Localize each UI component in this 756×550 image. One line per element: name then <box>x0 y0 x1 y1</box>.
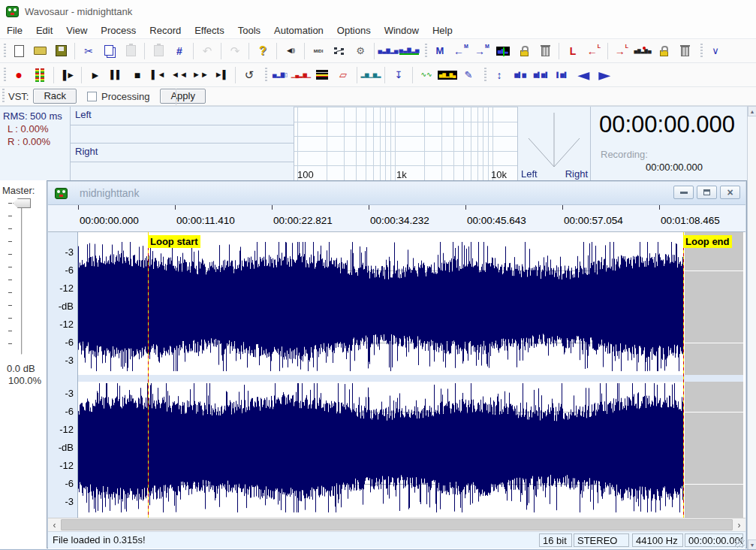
speaker-button[interactable]: ◀ <box>280 41 301 61</box>
rewind-button[interactable]: ◄◄ <box>169 65 190 85</box>
loop-end-marker[interactable]: Loop end <box>683 235 732 248</box>
menu-options[interactable]: Options <box>330 23 378 38</box>
fade-in-icon: ▶ <box>598 70 610 80</box>
marker-delete-button[interactable] <box>535 41 556 61</box>
wave-solo-view-button[interactable]: ▅▇▂▇▄ <box>437 65 458 85</box>
processing-checkbox[interactable] <box>87 92 97 101</box>
midi-settings-button[interactable]: MIDI <box>308 41 329 61</box>
fast-forward-button[interactable]: ►► <box>190 65 211 85</box>
open-file-button[interactable] <box>29 41 50 61</box>
speaker-icon: ◀ <box>287 47 294 54</box>
horizontal-scrollbar[interactable]: ‹ › <box>48 518 745 531</box>
vertical-scrollbar[interactable]: ▲ ▼ <box>747 106 756 550</box>
node-routing-button[interactable] <box>329 41 350 61</box>
stop-button[interactable]: ■ <box>127 65 148 85</box>
restore-button[interactable] <box>697 186 717 199</box>
close-button[interactable]: × <box>720 186 740 199</box>
menu-process[interactable]: Process <box>94 23 143 38</box>
zoom-vertical-wave-button[interactable]: ↕ <box>489 65 510 85</box>
marker-next-button[interactable]: → <box>471 41 492 61</box>
paste-as-new-button[interactable] <box>148 41 169 61</box>
resize-grip[interactable] <box>735 538 745 548</box>
waterfall-3d-button[interactable]: ▱ <box>333 65 354 85</box>
db-scale-column: -3-6-12-dB-12-6-3-3-6-12-dB-12-6-3 <box>48 232 78 518</box>
pencil-edit-button[interactable]: ✎ <box>458 65 479 85</box>
scrollbar-thumb[interactable] <box>61 519 733 530</box>
scroll-up-arrow[interactable]: ▲ <box>748 106 756 116</box>
redo-button[interactable]: ↷ <box>224 41 245 61</box>
vst-label: VST: <box>8 91 29 102</box>
paste-button[interactable] <box>120 41 141 61</box>
insert-at-cursor-button[interactable]: ↧ <box>388 65 409 85</box>
options-wrench-button[interactable]: ⚙ <box>350 41 371 61</box>
master-panel: Master: 0.0 dB 100.0% <box>0 180 47 550</box>
marker-insert-button[interactable]: ▅▇▃ <box>492 41 514 61</box>
loop-l-button[interactable]: L <box>562 41 583 61</box>
statistics-doc-button[interactable]: ▅▂▇▯ <box>270 65 291 85</box>
undo-button[interactable]: ↶ <box>197 41 218 61</box>
oscilloscope-button[interactable]: ∿∿ <box>416 65 437 85</box>
record-button[interactable]: ● <box>8 65 29 85</box>
menu-edit[interactable]: Edit <box>29 23 59 38</box>
wave-window-titlebar[interactable]: midnighttank × <box>48 182 745 205</box>
menu-automation[interactable]: Automation <box>267 23 330 38</box>
vst-apply-button[interactable]: Apply <box>160 89 206 104</box>
cut-button[interactable]: ✂ <box>78 41 99 61</box>
play-from-cursor-button[interactable]: ▐► <box>57 65 78 85</box>
recording-label: Recording: <box>601 149 648 160</box>
loop-lock-button[interactable] <box>653 41 674 61</box>
go-to-end-button[interactable]: ►▌ <box>211 65 232 85</box>
copy-button[interactable] <box>99 41 120 61</box>
fade-out-button[interactable]: ◀ <box>573 65 594 85</box>
time-ruler[interactable]: 00:00:00.00000:00:11.41000:00:22.82100:0… <box>48 205 745 232</box>
save-file-button[interactable] <box>50 41 71 61</box>
wavosaur-app-icon <box>6 6 19 17</box>
vst-rack-button[interactable]: Rack <box>33 89 77 104</box>
toolbar-separator <box>74 43 75 59</box>
rms-block: RMS: 500 ms L : 0.00% R : 0.00% <box>0 107 70 148</box>
zoom-vertical-button[interactable]: ∨ <box>705 41 726 61</box>
new-file-button[interactable] <box>8 41 29 61</box>
sonogram-button[interactable] <box>312 65 333 85</box>
menu-help[interactable]: Help <box>426 23 459 38</box>
spectrum-analysis-button[interactable]: ▁▄▂▆▁ <box>291 65 312 85</box>
goniometer: Left Right <box>518 107 591 181</box>
split-at-markers-button[interactable]: ▆▌▆ <box>510 65 531 85</box>
scroll-right-arrow[interactable]: › <box>733 518 745 531</box>
pause-button[interactable]: ▌▌ <box>106 65 127 85</box>
menu-file[interactable]: File <box>0 23 29 38</box>
fade-in-button[interactable]: ▶ <box>594 65 615 85</box>
loop-playback-button[interactable]: ↺ <box>239 65 260 85</box>
loop-start-set-button[interactable]: ← <box>583 41 604 61</box>
status-channels: STEREO <box>574 533 629 547</box>
scroll-left-arrow[interactable]: ‹ <box>48 518 61 531</box>
help-button[interactable]: ? <box>252 41 273 61</box>
loop-end-set-button[interactable]: → <box>611 41 632 61</box>
play-button[interactable]: ► <box>85 65 106 85</box>
go-to-start-button[interactable]: ▌◄ <box>148 65 169 85</box>
loop-points-insert-button[interactable]: ▅▇▃▇▅ <box>632 41 653 61</box>
frequency-view-button[interactable]: ▅▃▇▂▅ <box>378 41 399 61</box>
waveform-display[interactable] <box>78 232 743 518</box>
join-at-cursor-button[interactable]: ▌▆▌ <box>552 65 573 85</box>
cut-between-markers-button[interactable]: ▆▌▆▌ <box>531 65 552 85</box>
trim-crop-button[interactable]: # <box>169 41 190 61</box>
master-slider-track[interactable] <box>21 200 23 355</box>
minimize-button[interactable] <box>673 186 694 199</box>
toolbar-separator <box>276 43 277 59</box>
marker-m-button[interactable]: M <box>429 41 450 61</box>
monitor-levels-button[interactable] <box>29 65 50 85</box>
selection-view-button[interactable]: ▂▆▁▆▂ <box>360 65 381 85</box>
master-slider-handle[interactable] <box>13 198 31 208</box>
menu-tools[interactable]: Tools <box>231 23 267 38</box>
menu-effects[interactable]: Effects <box>188 23 231 38</box>
loop-delete-button[interactable] <box>674 41 695 61</box>
menu-record[interactable]: Record <box>143 23 188 38</box>
menu-window[interactable]: Window <box>378 23 426 38</box>
loop-start-marker[interactable]: Loop start <box>148 235 200 248</box>
menu-view[interactable]: View <box>59 23 94 38</box>
wave-line-view-button[interactable]: ▅▃▇▂▅ <box>399 41 420 61</box>
marker-previous-button[interactable]: ← <box>450 41 471 61</box>
scroll-down-arrow[interactable]: ▼ <box>748 539 756 550</box>
marker-lock-button[interactable] <box>514 41 535 61</box>
